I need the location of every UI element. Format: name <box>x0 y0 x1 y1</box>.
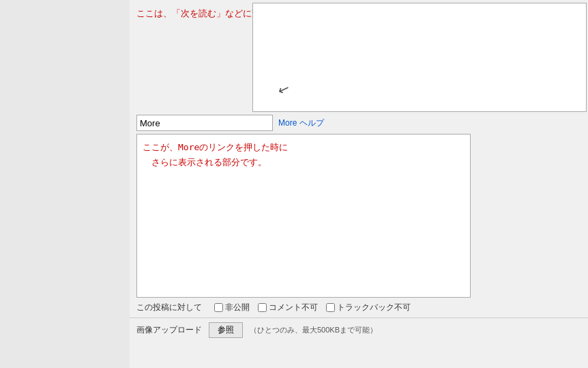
upload-button[interactable]: 参照 <box>209 322 243 338</box>
upload-note: （ひとつのみ、最大500KBまで可能） <box>250 325 377 335</box>
trackback-checkbox-label[interactable]: トラックバック不可 <box>326 302 411 313</box>
options-row: この投稿に対して 非公開 コメント不可 トラックバック不可 <box>130 298 588 317</box>
top-section: ここは、「次を読む」などに変える事ができます。 ↙ <box>130 0 588 112</box>
hikoukai-checkbox-label[interactable]: 非公開 <box>214 302 250 313</box>
more-input[interactable] <box>136 115 273 131</box>
top-textarea-wrapper: ↙ <box>252 0 588 112</box>
annotation-area: ここは、「次を読む」などに変える事ができます。 <box>130 0 252 20</box>
more-help-link[interactable]: More ヘルプ <box>278 117 324 129</box>
top-textarea[interactable] <box>252 3 587 112</box>
trackback-checkbox[interactable] <box>326 303 335 312</box>
bottom-textarea-wrapper: ここが、Moreのリンクを押した時に さらに表示される部分です。 <box>130 134 588 298</box>
hikoukai-checkbox[interactable] <box>214 303 223 312</box>
trackback-label: トラックバック不可 <box>337 302 411 313</box>
bottom-textarea[interactable]: ここが、Moreのリンクを押した時に さらに表示される部分です。 <box>136 134 471 298</box>
comment-checkbox[interactable] <box>258 303 267 312</box>
comment-checkbox-label[interactable]: コメント不可 <box>258 302 318 313</box>
more-row: More ヘルプ <box>130 112 588 134</box>
upload-label: 画像アップロード <box>136 324 202 336</box>
main-content: ここは、「次を読む」などに変える事ができます。 ↙ More ヘルプ ここが、M… <box>130 0 588 368</box>
comment-label: コメント不可 <box>269 302 318 313</box>
options-label: この投稿に対して <box>136 302 202 313</box>
hikoukai-label: 非公開 <box>225 302 250 313</box>
bottom-bar: 画像アップロード 参照 （ひとつのみ、最大500KBまで可能） <box>130 317 588 342</box>
sidebar <box>0 0 130 368</box>
